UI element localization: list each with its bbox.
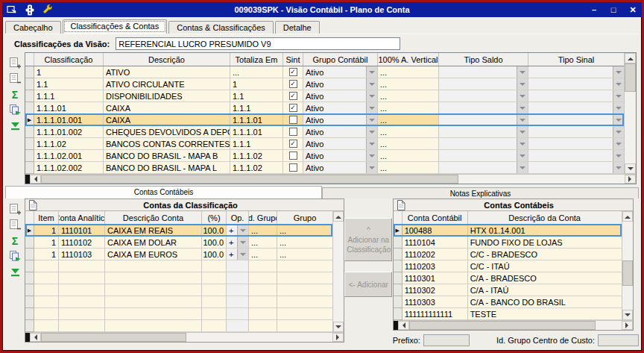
table-row[interactable] [25,260,332,272]
col-descricao-da-conta[interactable]: Descrição da Conta [468,211,622,224]
copy-export-icon[interactable] [8,250,22,263]
table-row[interactable] [25,320,332,332]
table-row[interactable]: 1.1.1.02 BANCOS CONTAS CORRENTES 1.1.1 ✓… [25,138,624,150]
col-tipo-sinal[interactable]: Tipo Sinal [528,53,624,66]
col-op[interactable]: Op. [227,211,249,224]
col-item[interactable]: Item [34,211,59,224]
dropdown-icon[interactable] [613,150,624,161]
dropdown-icon[interactable] [613,138,624,149]
col-conta-contabil[interactable]: Conta Contábil [402,211,468,224]
sint-checkbox[interactable]: ✓ [289,104,297,112]
table-row[interactable]: 1.1.1.01 CAIXA 1.1.1 ✓ Ativo ... [25,102,624,114]
right-grid-vscrollbar[interactable] [622,211,633,320]
left-grid-vscrollbar[interactable] [332,211,344,332]
goto-last-icon[interactable] [8,266,22,278]
delete-record-icon[interactable] [8,219,22,231]
dropdown-icon[interactable] [517,162,528,173]
sint-checkbox[interactable]: ✓ [289,80,297,88]
dropdown-icon[interactable] [517,126,528,137]
right-grid-hscrollbar[interactable] [394,320,633,330]
table-row[interactable]: 1110203 C/C - ITAÚ [394,260,622,272]
table-row[interactable]: 1.1.1.02.002 BANCO DO BRASIL - MAPA L 1.… [25,162,624,174]
left-grid-hscrollbar[interactable] [25,332,344,342]
dropdown-icon[interactable] [613,78,624,90]
sint-checkbox[interactable]: ✓ [289,92,297,100]
col-id-grupo[interactable]: Id. Grupo [249,211,277,224]
tab-notas-explicativas[interactable]: Notas Explicativas [322,187,639,199]
add-record-icon[interactable] [8,203,22,216]
table-row[interactable]: 1110202 C/C - BRADESCO [394,249,622,260]
tab-contas-classificacoes[interactable]: Contas & Classificações [168,21,274,34]
table-row[interactable]: 1110303 C/A - BANCO DO BRASIL [394,296,622,308]
dropdown-icon[interactable] [613,114,624,125]
dropdown-icon[interactable] [613,90,624,101]
sint-checkbox[interactable]: ✓ [289,140,297,148]
dropdown-icon[interactable] [366,162,377,173]
classification-grid-hscrollbar[interactable] [25,174,636,184]
table-row[interactable]: 1 1110102 CAIXA EM DOLAR 100.0 + ... ... [25,237,332,249]
goto-last-icon[interactable] [8,119,22,132]
table-row[interactable] [25,284,332,296]
dropdown-icon[interactable] [517,150,528,161]
dropdown-icon[interactable] [237,237,248,248]
dropdown-icon[interactable] [366,66,377,78]
dropdown-icon[interactable] [366,126,377,137]
table-row[interactable]: ▶ 1.1.1.01.001 CAIXA 1.1.1.01 Ativo ... [25,114,624,126]
dropdown-icon[interactable] [366,138,377,149]
dropdown-icon[interactable] [366,150,377,161]
prefixo-input[interactable] [423,334,470,346]
dropdown-icon[interactable] [366,78,377,90]
sint-checkbox[interactable] [289,116,297,124]
minimize-button[interactable]: – [588,5,600,15]
dropdown-icon[interactable] [613,66,624,78]
table-row[interactable]: 1.1.1 DISPONIBILIDADES 1.1 ✓ Ativo ... [25,90,624,102]
table-row[interactable]: 1.1 ATIVO CIRCULANTE 1 ✓ Ativo ... [25,78,624,90]
dropdown-icon[interactable] [613,102,624,113]
col-totaliza-em[interactable]: Totaliza Em [230,53,283,66]
sum-icon[interactable]: Σ [8,234,22,247]
col-a-vertical[interactable]: 100% A. Vertical [378,53,439,66]
dropdown-icon[interactable] [237,225,248,236]
sint-checkbox[interactable] [289,163,297,172]
dropdown-icon[interactable] [366,102,377,113]
dropdown-icon[interactable] [366,114,377,125]
tab-cabecalho[interactable]: Cabeçalho [5,21,61,34]
dropdown-icon[interactable] [517,102,528,113]
copy-export-icon[interactable] [8,104,22,116]
dropdown-icon[interactable] [517,90,528,101]
sint-checkbox[interactable] [289,128,297,136]
dropdown-icon[interactable] [517,114,528,125]
table-row[interactable]: 1 1110103 CAIXA EM EUROS 100.0 + ... ... [25,249,332,260]
col-descricao-conta[interactable]: Descrição Conta [105,211,202,224]
table-row[interactable] [25,308,332,320]
sint-checkbox[interactable] [289,151,297,160]
table-row[interactable]: 1.1.1.02.001 BANCO DO BRASIL - MAPA B 1.… [25,150,624,162]
id-grupo-centro-custo-input[interactable] [598,334,639,346]
col-pct[interactable]: (%) [202,211,227,224]
table-row[interactable] [25,296,332,308]
table-row[interactable]: 1110104 FUNDO FIXO DE LOJAS [394,237,622,249]
table-row[interactable] [25,272,332,284]
dropdown-icon[interactable] [517,78,528,90]
classification-grid-vscrollbar[interactable] [624,53,636,174]
col-grupo-contabil[interactable]: Grupo Contábil [303,53,378,66]
table-row[interactable]: 1 ATIVO ... ✓ Ativo ... [25,66,624,78]
tab-classificacoes-contas[interactable]: Classificações & Contas [63,19,168,34]
col-sint[interactable]: Sint [283,53,303,66]
table-row[interactable]: 1110301 C/A - BRADESCO [394,272,622,284]
col-grupo[interactable]: Grupo [277,211,332,224]
sum-icon[interactable]: Σ [8,88,22,101]
table-row[interactable]: ▶ 1 1110101 CAIXA EM REAIS 100.0 + ... .… [25,225,332,237]
classificacao-visao-input[interactable] [116,37,400,50]
maximize-button[interactable]: □ [607,5,619,15]
adicionar-button[interactable]: <- Adicionar [344,272,392,297]
dropdown-icon[interactable] [613,126,624,137]
table-row[interactable]: 111111111111 TESTE [394,308,622,320]
col-descricao[interactable]: Descrição [104,53,230,66]
table-row[interactable]: 1.1.1.01.002 CHEQUES DEVOLVIDOS A DEPOSI… [25,126,624,138]
close-button[interactable]: ✕ [627,5,639,15]
add-record-icon[interactable] [8,57,22,69]
dropdown-icon[interactable] [613,162,624,173]
tab-contas-contabeis[interactable]: Contas Contábeis [5,186,322,199]
dropdown-icon[interactable] [517,138,528,149]
